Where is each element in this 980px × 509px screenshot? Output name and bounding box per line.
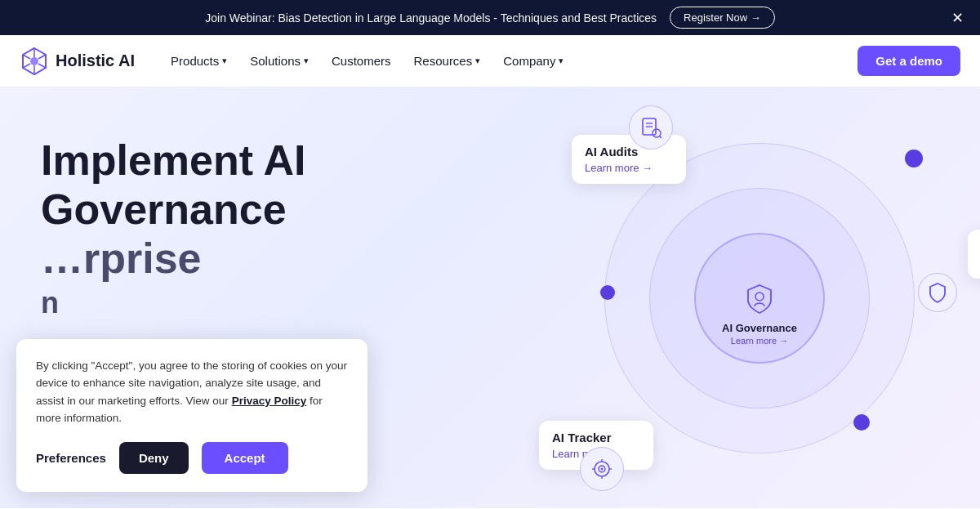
svg-line-13 xyxy=(660,136,662,138)
nav-item-products[interactable]: Products ▾ xyxy=(161,47,237,74)
svg-line-7 xyxy=(23,64,30,68)
svg-line-5 xyxy=(38,64,46,68)
announcement-bar: Join Webinar: Bias Detection in Large La… xyxy=(0,0,980,35)
governance-title: AI Governance xyxy=(722,322,797,334)
hero-title: Implement AI Governance xyxy=(41,136,306,234)
nav-item-resources[interactable]: Resources ▾ xyxy=(404,47,491,74)
chevron-down-icon: ▾ xyxy=(304,56,309,66)
logo-text: Holistic AI xyxy=(56,51,135,70)
announcement-text: Join Webinar: Bias Detection in Large La… xyxy=(205,11,657,25)
logo-icon xyxy=(20,47,49,76)
nav-item-solutions[interactable]: Solutions ▾ xyxy=(240,47,318,74)
logo[interactable]: Holistic AI xyxy=(20,47,135,76)
register-button[interactable]: Register Now → xyxy=(670,7,775,29)
get-demo-button[interactable]: Get a demo xyxy=(858,46,960,76)
audits-icon xyxy=(629,105,673,150)
accept-button[interactable]: Accept xyxy=(202,442,288,474)
governance-learn-more[interactable]: Learn more → xyxy=(722,336,797,346)
svg-point-8 xyxy=(755,292,764,301)
cookie-banner: By clicking "Accept", you agree to the s… xyxy=(16,339,368,492)
dot-left xyxy=(600,285,615,300)
svg-point-16 xyxy=(601,467,604,470)
hero-text: Implement AI Governance …rprise n xyxy=(41,136,306,320)
cookie-actions: Preferences Deny Accept xyxy=(36,442,348,474)
dot-bottom xyxy=(853,414,870,431)
card-audits: AI Audits Learn more → xyxy=(572,135,686,184)
navbar: Holistic AI Products ▾ Solutions ▾ Custo… xyxy=(0,35,980,87)
audits-learn-more[interactable]: Learn more → xyxy=(585,162,673,174)
svg-line-6 xyxy=(38,55,46,59)
hero-sub3: n xyxy=(41,286,306,320)
nav-item-company[interactable]: Company ▾ xyxy=(493,47,573,74)
announcement-close-button[interactable]: ✕ xyxy=(951,11,964,25)
deny-button[interactable]: Deny xyxy=(119,442,189,474)
governance-center-icon xyxy=(735,274,784,323)
dot-top-right xyxy=(905,150,923,167)
chevron-down-icon: ▾ xyxy=(475,56,480,66)
svg-line-4 xyxy=(23,55,30,59)
cookie-text: By clicking "Accept", you agree to the s… xyxy=(36,357,348,427)
card-safeguard: AI Safeguard Learn more → xyxy=(968,230,980,279)
chevron-down-icon: ▾ xyxy=(222,56,227,66)
nav-links: Products ▾ Solutions ▾ Customers Resourc… xyxy=(161,47,858,74)
tracker-icon xyxy=(580,447,624,491)
diagram: AI Governance Learn more → AI Audits Lea… xyxy=(408,87,980,508)
hero-subtitle-partial: …rprise xyxy=(41,234,306,284)
tracker-title: AI Tracker xyxy=(552,431,640,444)
svg-point-1 xyxy=(30,57,38,65)
nav-item-customers[interactable]: Customers xyxy=(322,47,401,74)
preferences-button[interactable]: Preferences xyxy=(36,451,106,465)
circle-inner: AI Governance Learn more → xyxy=(694,233,825,364)
hero-section: Implement AI Governance …rprise n xyxy=(0,87,980,508)
circles-container: AI Governance Learn more → AI Audits Lea… xyxy=(604,143,915,453)
chevron-down-icon: ▾ xyxy=(559,56,564,66)
privacy-policy-link[interactable]: Privacy Policy xyxy=(232,395,307,407)
safeguard-shield-icon xyxy=(918,273,957,312)
